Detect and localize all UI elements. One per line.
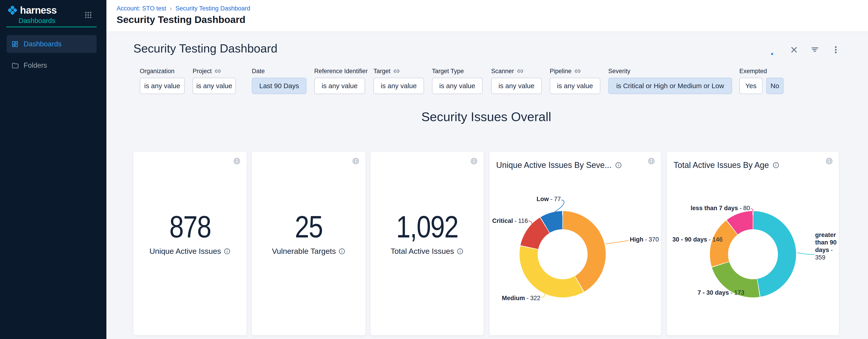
globe-icon: [825, 157, 833, 165]
filter-label: Exempted: [739, 67, 784, 75]
tile-total-active-issues: 1,092 Total Active Issues: [370, 152, 484, 335]
filter-label: Reference Identifier: [314, 67, 368, 75]
info-icon[interactable]: [615, 162, 622, 169]
filter-value-button[interactable]: is any value: [550, 78, 600, 94]
breadcrumb-separator: ›: [170, 5, 172, 12]
globe-icon: [352, 157, 360, 165]
dashboard-main: Security Testing Dashboard Organizatio: [106, 32, 868, 339]
stat-label: Unique Active Issues: [133, 247, 247, 256]
breadcrumb: Account: STO test › Security Testing Das…: [117, 5, 250, 12]
donut-label-30-90-days: 30 - 90 days-146: [667, 236, 722, 243]
stat-label: Total Active Issues: [370, 247, 484, 256]
donut-label-greater-than-90-days: greater than 90 days-359: [815, 231, 839, 261]
tile-vulnerable-targets: 25 Vulnerable Targets: [252, 152, 366, 335]
dashboard-actions: [789, 45, 841, 55]
filter-label: Organization: [140, 67, 185, 75]
app-root: harness Dashboards Dashboards Folders: [0, 0, 868, 339]
kebab-menu-icon: [831, 45, 840, 54]
filter-organization: Organization is any value: [140, 67, 185, 94]
donut-label-critical: Critical-116: [489, 217, 528, 225]
stat-label: Vulnerable Targets: [252, 247, 366, 256]
globe-icon: [233, 157, 241, 165]
dashboard-filters-button[interactable]: [810, 45, 820, 55]
product-label: Dashboards: [19, 17, 55, 25]
donut-label-7-30-days: 7 - 30 days-173: [694, 289, 744, 296]
close-icon: [789, 45, 799, 54]
filter-value-button[interactable]: is any value: [314, 78, 365, 94]
filter-value-button[interactable]: is any value: [491, 78, 542, 94]
filter-label: Target Type: [432, 67, 483, 75]
link-icon: [393, 68, 400, 75]
filter-project: Project is any value: [193, 67, 236, 94]
filter-scanner: Scanner is any value: [491, 67, 542, 94]
filter-value-button[interactable]: Last 90 Days: [252, 78, 307, 94]
filter-severity: Severity is Critical or High or Medium o…: [608, 67, 732, 94]
info-icon[interactable]: [339, 248, 345, 255]
donut-label-high: High-370: [630, 236, 661, 243]
filter-label: Scanner: [491, 67, 542, 75]
filter-value-button[interactable]: is Critical or High or Medium or Low: [608, 78, 732, 94]
dashboard-title: Security Testing Dashboard: [133, 41, 277, 55]
filter-label: Pipeline: [550, 67, 600, 75]
filter-target-type: Target Type is any value: [432, 67, 483, 94]
filter-value-button[interactable]: is any value: [373, 78, 424, 94]
info-icon[interactable]: [457, 248, 464, 255]
tile-unique-active-issues-by-severity: Unique Active Issues By Seve... Low-77 C…: [489, 152, 661, 335]
filter-pipeline: Pipeline is any value: [550, 67, 600, 94]
link-icon: [214, 68, 221, 75]
cursor-dot: [771, 53, 773, 55]
chart-title: Unique Active Issues By Seve...: [496, 161, 622, 170]
sidebar-item-label: Folders: [24, 61, 47, 69]
stat-value: 1,092: [370, 209, 484, 245]
info-icon[interactable]: [773, 162, 779, 169]
filter-value-button[interactable]: is any value: [432, 78, 483, 94]
filter-date: Date Last 90 Days: [252, 67, 307, 94]
sidebar-item-label: Dashboards: [24, 40, 61, 48]
chart-title: Total Active Issues By Age: [674, 161, 779, 170]
donut-label-less-than-7-days: less than 7 days-80: [688, 204, 750, 212]
donut-label-medium: Medium-322: [501, 294, 540, 302]
filter-label: Severity: [608, 67, 732, 75]
globe-icon: [470, 157, 478, 165]
filter-label: Date: [252, 67, 307, 75]
page-title: Security Testing Dashboard: [117, 14, 245, 25]
breadcrumb-account-link[interactable]: Account: STO test: [117, 5, 166, 12]
apps-grid-icon[interactable]: [84, 11, 92, 19]
exempted-no-button[interactable]: No: [766, 78, 784, 94]
link-icon: [517, 68, 524, 75]
filter-icon: [810, 45, 819, 54]
close-button[interactable]: [789, 45, 799, 55]
breadcrumb-current-link[interactable]: Security Testing Dashboard: [175, 5, 250, 12]
section-title: Security Issues Overall: [133, 109, 839, 124]
dashboards-icon: [11, 40, 19, 48]
severity-donut-chart[interactable]: [520, 211, 606, 298]
filter-exempted: Exempted Yes No: [739, 67, 784, 94]
link-icon: [574, 68, 581, 75]
exempted-yes-button[interactable]: Yes: [739, 78, 763, 94]
harness-logo-icon: [7, 4, 18, 16]
dashboard-more-menu-button[interactable]: [831, 45, 841, 55]
globe-icon: [648, 157, 655, 165]
stat-value: 878: [133, 209, 247, 245]
filter-target: Target is any value: [373, 67, 424, 94]
sidebar-divider: [6, 27, 97, 27]
stat-value: 25: [252, 209, 366, 245]
tile-total-active-issues-by-age: Total Active Issues By Age less than 7 d…: [667, 152, 839, 335]
filter-value-button[interactable]: is any value: [140, 78, 185, 94]
filter-value-button[interactable]: is any value: [193, 78, 236, 94]
tile-unique-active-issues: 878 Unique Active Issues: [133, 152, 247, 335]
harness-logo[interactable]: harness: [7, 4, 57, 16]
filter-label: Project: [193, 67, 236, 75]
age-donut-chart[interactable]: [710, 211, 796, 298]
sidebar-item-folders[interactable]: Folders: [7, 56, 97, 74]
info-icon[interactable]: [224, 248, 230, 255]
filter-label: Target: [373, 67, 424, 75]
brand-wordmark: harness: [20, 4, 57, 16]
folder-icon: [11, 62, 19, 69]
sidebar-item-dashboards[interactable]: Dashboards: [7, 35, 97, 53]
top-header: Account: STO test › Security Testing Das…: [106, 0, 868, 32]
filter-reference-identifier: Reference Identifier is any value: [314, 67, 368, 94]
donut-label-low: Low-77: [514, 195, 561, 203]
sidebar: harness Dashboards Dashboards Folders: [0, 0, 106, 339]
